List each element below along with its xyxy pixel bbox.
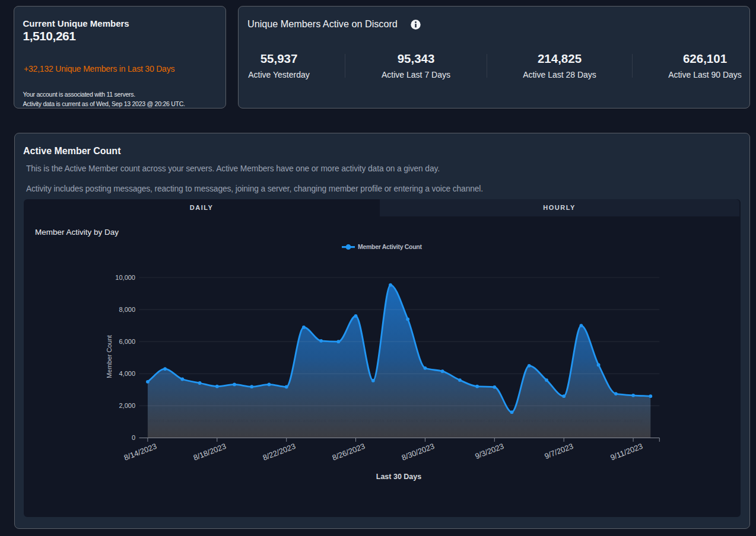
svg-text:9/11/2023: 9/11/2023	[609, 442, 644, 462]
svg-text:8/18/2023: 8/18/2023	[192, 442, 227, 462]
svg-text:Member Activity by Day: Member Activity by Day	[35, 228, 119, 237]
svg-text:8/26/2023: 8/26/2023	[331, 442, 366, 462]
svg-text:discrd-analytics member-activi: discrd-analytics member-activity-data se…	[148, 418, 643, 423]
svg-text:8/14/2023: 8/14/2023	[123, 442, 158, 462]
svg-text:8,000: 8,000	[119, 306, 135, 313]
svg-text:2,000: 2,000	[119, 402, 135, 409]
svg-text:Member Count: Member Count	[106, 335, 113, 378]
svg-text:9/3/2023: 9/3/2023	[474, 442, 505, 461]
svg-text:Member Activity Count: Member Activity Count	[358, 243, 422, 250]
svg-text:0: 0	[132, 434, 135, 441]
svg-text:10,000: 10,000	[115, 274, 135, 281]
svg-text:Last 30 Days: Last 30 Days	[376, 473, 421, 481]
svg-text:4,000: 4,000	[119, 370, 135, 377]
svg-text:8/30/2023: 8/30/2023	[401, 442, 436, 462]
svg-text:8/22/2023: 8/22/2023	[262, 442, 297, 462]
svg-text:6,000: 6,000	[119, 338, 135, 345]
svg-text:9/7/2023: 9/7/2023	[543, 442, 574, 461]
